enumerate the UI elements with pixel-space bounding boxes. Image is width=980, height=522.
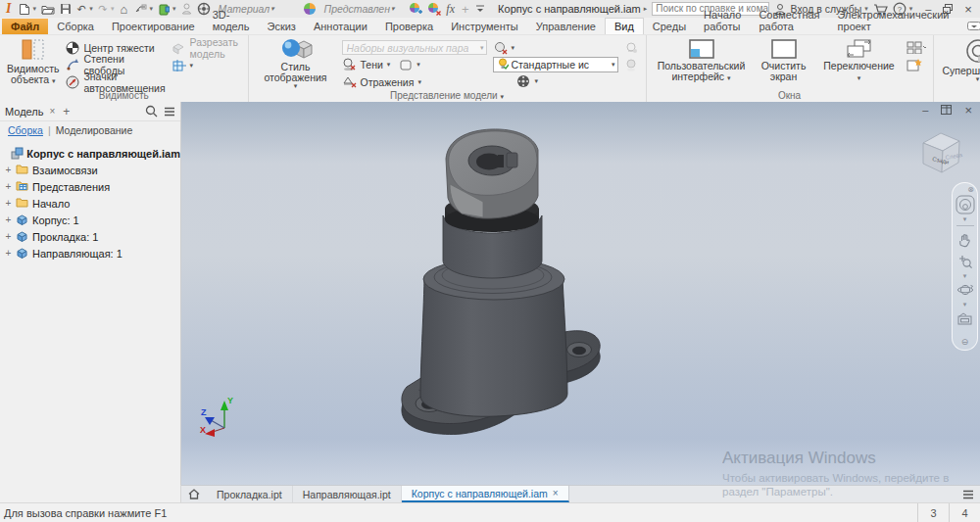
home-tab-icon[interactable] [181, 486, 207, 502]
tree-item[interactable]: +Направляющая: 1 [4, 245, 180, 261]
navbar-close-icon[interactable]: ⊗ [967, 186, 974, 194]
group-model-rep-label[interactable]: Представление модели ▾ [249, 90, 646, 101]
origin-triad: Y Z X [197, 393, 242, 438]
new-window-icon[interactable] [906, 58, 926, 71]
view-cube[interactable]: Сзади Слева [913, 125, 968, 182]
navbar-wheel-caret[interactable]: ▾ [963, 215, 967, 222]
visual-styles-combo[interactable]: Наборы визуальных пара▾ [342, 40, 487, 55]
ribbon-tab-аннотации[interactable]: Аннотации [305, 19, 376, 34]
ray-tracing-icon [493, 40, 508, 55]
presentation-icon[interactable] [181, 2, 192, 17]
textures-button[interactable]: ▾ [493, 74, 618, 89]
tree-item[interactable]: Корпус с направляющей.iam [4, 145, 180, 162]
ray-tracing-button[interactable]: ▾ [493, 40, 618, 55]
clean-screen-icon [771, 39, 797, 59]
doc-tab-2[interactable]: Направляющая.ipt [293, 486, 402, 502]
doc-close-button[interactable]: × [964, 105, 972, 116]
tree-expander[interactable]: + [4, 181, 13, 192]
tree-item[interactable]: +Начало [4, 195, 180, 212]
redo-caret[interactable]: ▾ [111, 5, 115, 13]
tree-item[interactable]: +Прокладка: 1 [4, 228, 180, 245]
tree-expander[interactable]: + [4, 231, 13, 242]
tree-expander[interactable]: + [4, 198, 13, 209]
group-windows-label: Окна [647, 90, 933, 101]
reflections-button[interactable]: Отражения ▾ [342, 74, 487, 89]
switch-label: Переключение [823, 60, 894, 71]
navbar-steering-wheel-icon[interactable] [955, 194, 976, 215]
3d-model[interactable] [397, 112, 671, 464]
browser-menu-icon[interactable] [164, 107, 175, 117]
navbar-orbit-caret[interactable]: ▾ [963, 301, 967, 308]
ribbon-tab-эскиз[interactable]: Эскиз [258, 19, 304, 34]
browser-tab-model[interactable]: Модель [5, 106, 43, 118]
browser-tab-close-icon[interactable]: × [49, 106, 55, 117]
doc-minimize-button[interactable]: – [922, 105, 928, 116]
slice-model-button[interactable]: Разрезать модель [172, 40, 241, 56]
ribbon-tab-начало-работы[interactable]: Начало работы [695, 7, 750, 34]
section-view-caret: ▾ [190, 63, 194, 69]
ribbon-collapse-icon[interactable] [967, 22, 980, 34]
shadows-button[interactable]: Тени ▾ [342, 57, 391, 72]
ground-plane-button[interactable]: ▾ [398, 57, 420, 72]
steering-wheel-button[interactable]: Суперштурвал ▾ [941, 38, 980, 89]
navbar-collapse-icon[interactable]: ⊖ [961, 338, 969, 347]
browser-search-icon[interactable] [145, 105, 158, 118]
tree-item[interactable]: +Взаимосвязи [4, 162, 180, 178]
graphics-viewport[interactable]: – × Сзади Слева ⊗ [181, 102, 980, 485]
navbar-pan-icon[interactable] [955, 229, 976, 251]
tab-list-menu-icon[interactable] [956, 486, 980, 502]
clean-screen-button[interactable]: Очиститьэкран [756, 38, 812, 89]
degrees-of-freedom-icon [65, 58, 79, 72]
automate-glyphs-button[interactable]: Значки автосовмещения [65, 74, 165, 90]
doc-tab-1[interactable]: Прокладка.ipt [207, 486, 293, 502]
ribbon-tab-электромеханический-проект[interactable]: Электромеханический проект [829, 7, 958, 34]
user-interface-button[interactable]: Пользовательскийинтерфейс ▾ [654, 38, 750, 89]
close-button[interactable]: × [964, 4, 972, 15]
views-icon [16, 180, 29, 193]
ground-shadow-icon[interactable] [624, 41, 639, 55]
ribbon-tab-bar: ФайлСборкаПроектирование3D-модельЭскизАн… [0, 18, 980, 35]
ribbon-tab-управление[interactable]: Управление [527, 19, 605, 34]
ribbon-tab-проверка[interactable]: Проверка [376, 19, 442, 34]
browser-subtab-modeling[interactable]: Моделирование [56, 124, 133, 136]
document-tab-bar: Прокладка.iptНаправляющая.iptКорпус с на… [0, 485, 980, 502]
navbar-zoom-icon[interactable] [955, 251, 976, 272]
switch-windows-button[interactable]: Переключение▾ [818, 38, 901, 89]
ribbon-tab-среды[interactable]: Среды [644, 19, 695, 34]
navbar-orbit-icon[interactable] [955, 279, 976, 301]
tree-expander[interactable]: + [4, 248, 13, 259]
navbar-zoom-caret[interactable]: ▾ [963, 272, 967, 279]
doc-tab-3[interactable]: Корпус с направляющей.iam× [402, 486, 569, 502]
assembly-icon [11, 147, 24, 160]
add-quick-icon[interactable]: + [461, 2, 470, 17]
ribbon-tab-файл[interactable]: Файл [2, 19, 48, 34]
browser-add-tab-icon[interactable]: + [63, 105, 70, 119]
ribbon-tab-сборка[interactable]: Сборка [48, 19, 103, 34]
tree-expander[interactable]: + [4, 165, 13, 175]
redo-icon[interactable]: ↷ [98, 2, 108, 17]
tree-item[interactable]: +Корпус: 1 [4, 212, 180, 228]
doc-tab-close-icon[interactable]: × [553, 488, 559, 498]
navbar-lookat-icon[interactable] [955, 308, 976, 329]
ribbon-tab-инструменты[interactable]: Инструменты [442, 19, 527, 34]
center-of-gravity-icon [65, 40, 79, 55]
browser-subtab-assembly[interactable]: Сборка [8, 124, 43, 136]
ground-reflection-icon[interactable] [624, 59, 639, 72]
tree-expander[interactable]: + [4, 214, 13, 225]
ribbon-tab-3d-модель[interactable]: 3D-модель [204, 7, 259, 34]
tree-item[interactable]: +Представления [4, 178, 180, 195]
textures-icon [516, 74, 531, 89]
display-style-button[interactable]: Стиль отображения ▾ [256, 38, 336, 89]
lighting-combo[interactable]: Стандартные ис ▾ [493, 57, 618, 71]
ribbon-tab-вид[interactable]: Вид [605, 18, 644, 34]
section-view-button[interactable]: ▾ [172, 58, 241, 73]
doc-restore-button[interactable] [941, 105, 952, 116]
ribbon-tab-проектирование[interactable]: Проектирование [103, 19, 204, 34]
status-bar: Для вызова справки нажмите F1 3 4 [0, 502, 980, 522]
ribbon-tab-совместная-работа[interactable]: Совместная работа [750, 7, 828, 34]
visual-styles-value: Наборы визуальных пара [347, 42, 469, 54]
object-visibility-button[interactable]: Видимостьобъекта ▾ [7, 38, 59, 89]
steering-wheel-label: Суперштурвал [943, 66, 980, 76]
tile-windows-icon[interactable] [906, 41, 926, 54]
folder-icon [16, 197, 29, 210]
